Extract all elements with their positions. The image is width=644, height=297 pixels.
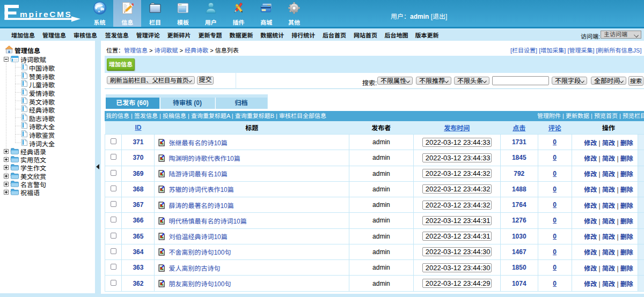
svg-text:mpireCMS: mpireCMS [20, 10, 72, 19]
